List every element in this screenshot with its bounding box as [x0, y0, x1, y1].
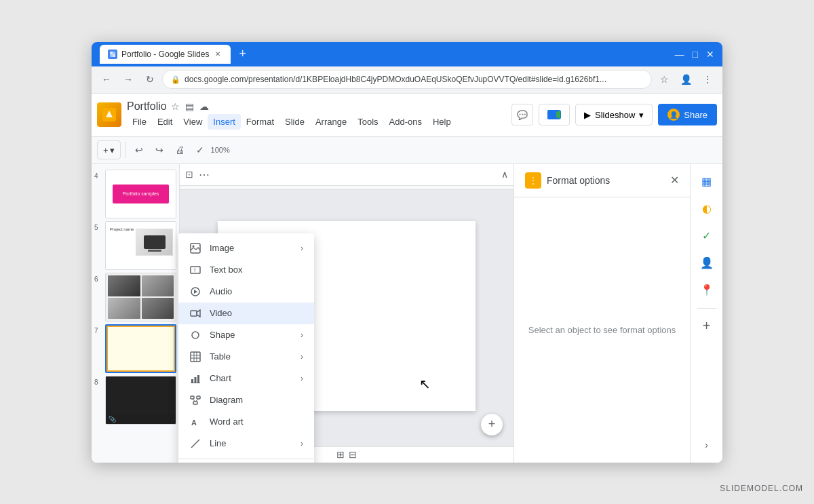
menu-help[interactable]: Help: [427, 114, 457, 130]
menu-arrange[interactable]: Arrange: [310, 114, 352, 130]
menu-insert[interactable]: Insert: [208, 114, 241, 130]
svg-rect-26: [191, 396, 194, 399]
slide-thumb-4[interactable]: 4 Portfolio samples: [94, 170, 176, 218]
slide-preview-7[interactable]: [105, 324, 176, 373]
minimize-button[interactable]: —: [675, 49, 684, 60]
textbox-label: Text box: [210, 265, 303, 275]
add-chevron: ▾: [110, 145, 115, 155]
slideshow-button[interactable]: ▶ Slideshow ▾: [575, 104, 653, 125]
slide-num-4: 4: [94, 170, 102, 180]
menu-item-table[interactable]: Table ›: [178, 346, 314, 368]
menu-item-shape[interactable]: Shape ›: [178, 324, 314, 346]
watermark: SLIDEMODEL.COM: [720, 484, 803, 493]
menu-item-audio[interactable]: Audio: [178, 281, 314, 303]
audio-icon: [189, 286, 201, 298]
format-panel-close[interactable]: ✕: [670, 174, 679, 187]
editor-top-bar: ⊡ ⋯ ∧: [180, 164, 513, 186]
profile-button[interactable]: 👤: [676, 70, 695, 89]
svg-rect-2: [110, 54, 113, 57]
print-button[interactable]: 🖨: [170, 140, 189, 159]
back-button[interactable]: ←: [97, 70, 116, 89]
toolbar: + ▾ ↩ ↪ 🖨 ✓ 100%: [92, 137, 722, 164]
slide5-text: Project name: [110, 227, 134, 231]
svg-line-32: [191, 440, 199, 448]
svg-rect-0: [110, 52, 113, 54]
slide-thumb-7[interactable]: 7: [94, 324, 176, 373]
sidebar-maps-button[interactable]: 📍: [695, 278, 719, 303]
star-icon[interactable]: ☆: [171, 101, 180, 112]
format-panel: ⋮ Format options ✕ Select an object to s…: [513, 164, 690, 463]
chart-icon: [189, 372, 201, 385]
slide-preview-6[interactable]: [105, 273, 176, 322]
menu-tools[interactable]: Tools: [352, 114, 383, 130]
sidebar-add-button[interactable]: +: [695, 314, 719, 338]
forward-button[interactable]: →: [119, 70, 138, 89]
bookmark-button[interactable]: ☆: [655, 70, 674, 89]
menu-addons[interactable]: Add-ons: [384, 114, 427, 130]
chart-arrow: ›: [301, 374, 303, 383]
slideshow-icon: ▶: [584, 110, 591, 120]
slide-thumb-5[interactable]: 5 Project name: [94, 221, 176, 270]
redo-button[interactable]: ↪: [150, 140, 169, 159]
sidebar-keep-button[interactable]: ◐: [695, 197, 719, 221]
sidebar-tasks-button[interactable]: ✓: [695, 224, 719, 248]
new-tab-button[interactable]: +: [239, 47, 246, 61]
comment-button[interactable]: 💬: [511, 104, 533, 125]
menu-item-line[interactable]: Line ›: [178, 433, 314, 454]
browser-tab[interactable]: Portfolio - Google Slides ✕: [100, 45, 231, 64]
more-button[interactable]: ⋮: [698, 70, 717, 89]
svg-point-9: [193, 245, 195, 247]
drive-icon[interactable]: ▤: [185, 101, 194, 112]
list-view-icon[interactable]: ⊟: [349, 449, 357, 460]
slide-preview-8[interactable]: 📎: [105, 376, 176, 425]
slide-preview-5[interactable]: Project name: [105, 221, 176, 270]
format-header: ⋮ Format options ✕: [514, 164, 690, 197]
menu-view[interactable]: View: [178, 114, 208, 130]
menu-slide[interactable]: Slide: [279, 114, 310, 130]
address-bar[interactable]: 🔒 docs.google.com/presentation/d/1KBPElo…: [162, 70, 652, 89]
spellcheck-button[interactable]: ✓: [191, 140, 210, 159]
meet-icon: [547, 110, 561, 119]
undo-button[interactable]: ↩: [130, 140, 149, 159]
slide-thumb-8[interactable]: 8 📎: [94, 376, 176, 425]
maximize-button[interactable]: □: [693, 49, 698, 60]
right-sidebar: ▦ ◐ ✓ 👤 📍 + ›: [690, 164, 722, 463]
svg-rect-6: [547, 110, 556, 119]
meet-button[interactable]: [539, 104, 570, 125]
lock-icon: 🔒: [171, 75, 180, 84]
menu-file[interactable]: File: [127, 114, 152, 130]
add-slide-button[interactable]: +: [481, 414, 503, 435]
share-label: Share: [684, 110, 708, 120]
grid-view-icon[interactable]: ⊞: [336, 449, 345, 460]
sidebar-slides-button[interactable]: ▦: [695, 170, 719, 194]
slide-preview-4[interactable]: Portfolio samples: [105, 170, 176, 218]
menu-format[interactable]: Format: [241, 114, 279, 130]
image-icon: [189, 242, 201, 254]
menu-item-image[interactable]: Image ›: [178, 237, 314, 259]
cloud-icon[interactable]: ☁: [199, 101, 209, 112]
sidebar-expand-button[interactable]: ›: [695, 433, 719, 457]
share-button[interactable]: 👤 Share: [658, 104, 717, 125]
menu-edit[interactable]: Edit: [152, 114, 178, 130]
shape-arrow: ›: [301, 330, 303, 340]
zoom-button[interactable]: 100%: [211, 140, 230, 159]
menu-item-video[interactable]: Video: [178, 303, 314, 324]
menu-item-wordart[interactable]: A Word art: [178, 411, 314, 433]
slide-thumb-6[interactable]: 6: [94, 273, 176, 322]
slide-nav-icon[interactable]: ⊡: [185, 169, 193, 180]
sidebar-contacts-button[interactable]: 👤: [695, 251, 719, 275]
menu-item-chart[interactable]: Chart ›: [178, 368, 314, 389]
collapse-button[interactable]: ∧: [501, 169, 508, 180]
app-title: Portfolio: [127, 100, 167, 113]
dots-menu[interactable]: ⋯: [199, 168, 210, 181]
add-button[interactable]: + ▾: [97, 140, 121, 159]
reload-button[interactable]: ↻: [140, 70, 159, 89]
menu-item-textbox[interactable]: T Text box: [178, 259, 314, 281]
tab-favicon: [108, 50, 117, 59]
tab-close-button[interactable]: ✕: [213, 50, 222, 59]
close-button[interactable]: ✕: [706, 49, 714, 60]
textbox-icon: T: [189, 264, 201, 276]
format-panel-title: Format options: [547, 175, 670, 186]
slide4-bar: Portfolio samples: [113, 185, 168, 203]
menu-item-diagram[interactable]: Diagram: [178, 389, 314, 411]
